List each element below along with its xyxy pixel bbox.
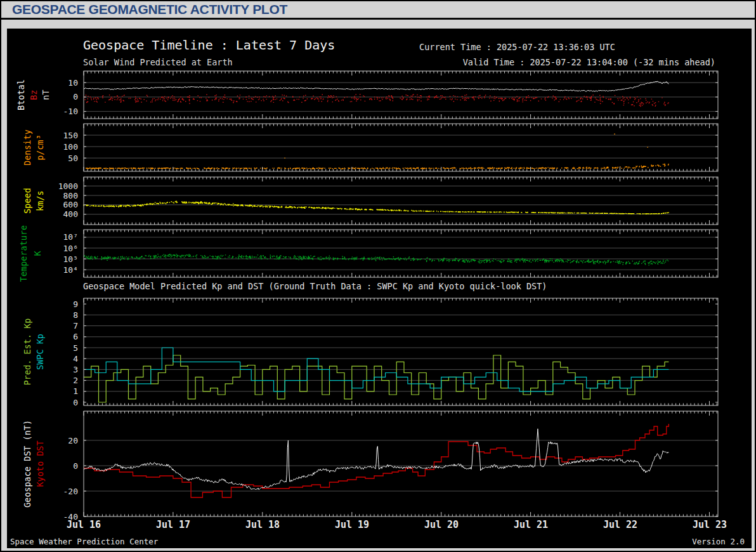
x-axis-label: Jul 19 xyxy=(327,519,377,530)
x-axis-label: Jul 20 xyxy=(416,519,467,530)
x-axis-label: Jul 21 xyxy=(505,519,556,530)
x-axis-label: Jul 18 xyxy=(237,519,288,530)
footer-source: Space Weather Prediction Center xyxy=(10,537,158,546)
kp-dst-section-title: Geospace Model Predicted Kp and DST (Gro… xyxy=(83,281,547,291)
current-time: Current Time : 2025-07-22 13:36:03 UTC xyxy=(419,42,615,52)
footer-version: Version 2.0 xyxy=(692,537,745,546)
header-bar: GEOSPACE GEOMAGNETIC ACTIVITY PLOT xyxy=(1,1,755,20)
x-axis-label: Jul 17 xyxy=(148,519,199,530)
header-title: GEOSPACE GEOMAGNETIC ACTIVITY PLOT xyxy=(12,2,287,17)
plot-title: Geospace Timeline : Latest 7 Days xyxy=(83,37,335,53)
solar-wind-subtitle: Solar Wind Predicted at Earth xyxy=(83,57,233,67)
page: GEOSPACE GEOMAGNETIC ACTIVITY PLOT Geosp… xyxy=(0,0,756,552)
valid-time: Valid Time : 2025-07-22 13:04:00 (-32 mi… xyxy=(463,57,715,67)
x-axis-label: Jul 16 xyxy=(58,519,109,530)
x-axis-label: Jul 22 xyxy=(595,519,646,530)
x-axis-label: Jul 23 xyxy=(684,519,735,530)
